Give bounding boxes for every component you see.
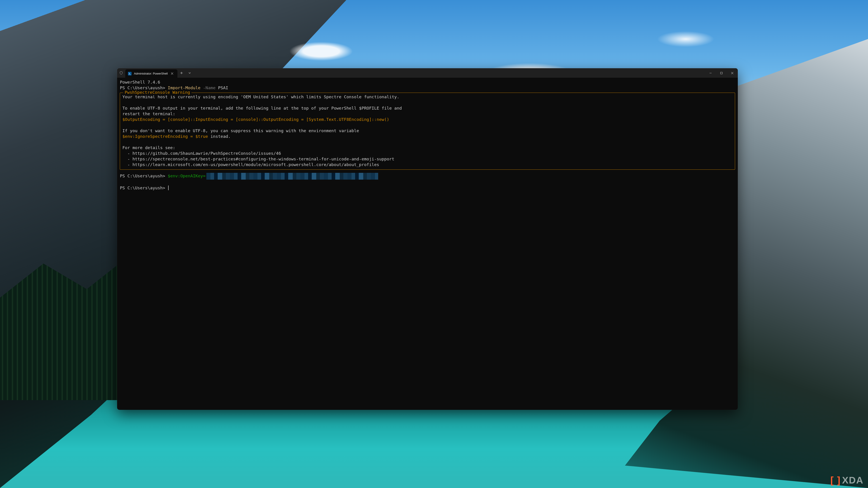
minimize-button[interactable] [705,68,716,78]
tab-dropdown-button[interactable] [186,68,194,78]
spectre-warning-box: PwshSpectreConsole WarningYour terminal … [120,93,735,170]
warn-line-2a: To enable UTF-8 output in your terminal,… [122,106,402,110]
warn-line-3a: If you don't want to enable UTF-8, you c… [122,128,359,133]
redacted-api-key [206,173,378,180]
terminal-body[interactable]: PowerShell 7.4.6 PS C:\Users\ayush> Impo… [117,78,738,410]
bullet: - [122,157,132,161]
uac-shield-icon [117,68,125,78]
cmd-env-openai: $env:OpenAIKey= [168,173,206,178]
warn-code-env: $env:IgnoreSpectreEncoding = $true [122,134,208,139]
warn-link-3: https://learn.microsoft.com/en-us/powers… [132,162,379,167]
warn-link-1: https://github.com/ShaunLawrie/PwshSpect… [132,151,281,156]
warn-line-2b: restart the terminal: [122,111,175,116]
prompt-2: PS C:\Users\ayush> [120,173,165,178]
tab-close-button[interactable] [170,72,174,75]
cursor [168,186,168,190]
warn-link-2: https://spectreconsole.net/best-practice… [132,157,394,161]
titlebar[interactable]: Administrator: PowerShell [117,68,738,78]
terminal-window: Administrator: PowerShell PowerShell 7.4… [117,68,738,410]
maximize-button[interactable] [716,68,727,78]
svg-rect-0 [721,72,722,74]
xda-watermark: [ ]XDA [831,475,864,486]
powershell-icon [128,72,131,75]
warn-line-4: For more details see: [122,145,175,150]
warning-title: PwshSpectreConsole Warning [123,90,191,95]
prompt-1: PS C:\Users\ayush> [120,86,165,90]
ps-banner: PowerShell 7.4.6 [120,80,160,85]
cmd-import-module: Import-Module [168,86,200,90]
prompt-3: PS C:\Users\ayush> [120,186,165,190]
bullet: - [122,162,132,167]
tab-powershell[interactable]: Administrator: PowerShell [125,69,178,78]
warn-code-encoding: $OutputEncoding = [console]::InputEncodi… [122,117,389,122]
arg-psai: PSAI [218,86,228,90]
bullet: - [122,151,132,156]
close-button[interactable] [727,68,738,78]
titlebar-drag-area[interactable] [194,68,705,78]
tab-title: Administrator: PowerShell [134,72,168,75]
flag-name: -Name [203,86,216,90]
warn-line-3b: instead. [208,134,230,139]
new-tab-button[interactable] [178,68,186,78]
